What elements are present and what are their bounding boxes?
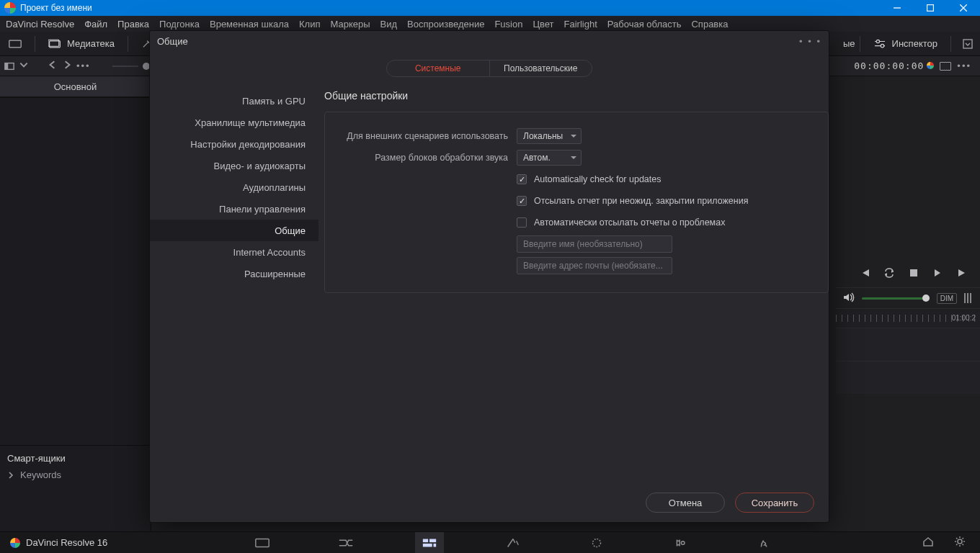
- goto-end-icon[interactable]: [957, 268, 968, 280]
- segment-system[interactable]: Системные: [387, 60, 490, 76]
- page-edit[interactable]: [415, 532, 444, 554]
- svg-rect-1: [9, 40, 21, 48]
- menu-trim[interactable]: Подгонка: [159, 19, 200, 30]
- toolbar-expand-button[interactable]: [956, 32, 980, 56]
- ext-scripts-label: Для внешних сценариев использовать: [338, 131, 517, 141]
- media-pool-button[interactable]: Медиатека: [40, 32, 123, 56]
- side-label: Аудиоплагины: [243, 182, 306, 193]
- goto-start-icon[interactable]: [859, 268, 870, 280]
- home-button[interactable]: [922, 536, 934, 549]
- window-close-button[interactable]: [947, 0, 980, 16]
- menu-markers[interactable]: Маркеры: [330, 19, 370, 30]
- svg-rect-8: [963, 40, 972, 48]
- checkbox-crash-report[interactable]: [517, 196, 527, 206]
- inspector-button[interactable]: Инспектор: [865, 32, 946, 56]
- speaker-icon[interactable]: [843, 292, 855, 305]
- menu-fusion[interactable]: Fusion: [494, 19, 522, 30]
- audio-block-label: Размер блоков обработки звука: [338, 153, 517, 163]
- menu-edit[interactable]: Правка: [117, 19, 149, 30]
- select-value: Автом.: [523, 153, 551, 163]
- chevron-down-icon[interactable]: [19, 60, 29, 72]
- resolve-logo-icon: [10, 538, 20, 548]
- side-memory-gpu[interactable]: Память и GPU: [150, 90, 318, 112]
- side-general[interactable]: Общие: [150, 220, 318, 241]
- side-label: Настройки декодирования: [190, 139, 306, 150]
- page-switcher: DaVinci Resolve 16: [0, 531, 980, 553]
- project-settings-button[interactable]: [954, 536, 966, 549]
- general-settings-panel: Для внешних сценариев использовать Локал…: [324, 112, 829, 293]
- side-advanced[interactable]: Расширенные: [150, 263, 318, 284]
- side-internet-accounts[interactable]: Internet Accounts: [150, 241, 318, 263]
- dialog-title: Общие: [157, 36, 188, 47]
- viewer-timecode[interactable]: 00:00:00:00: [854, 60, 934, 71]
- nav-next-icon[interactable]: [62, 60, 72, 72]
- svg-point-18: [681, 541, 685, 544]
- volume-slider[interactable]: [862, 297, 930, 300]
- side-control-panels[interactable]: Панели управления: [150, 198, 318, 220]
- svg-rect-15: [422, 543, 432, 547]
- layout-button[interactable]: [0, 32, 30, 56]
- sidebar-tab-main[interactable]: Основной: [0, 76, 151, 98]
- svg-point-17: [592, 539, 600, 547]
- stop-icon[interactable]: [908, 268, 919, 280]
- checkbox-updates[interactable]: [517, 174, 527, 184]
- nav-prev-icon[interactable]: [48, 60, 58, 72]
- menu-help[interactable]: Справка: [691, 19, 728, 30]
- transport-controls: [836, 264, 980, 287]
- more-icon[interactable]: •••: [76, 60, 91, 71]
- checkbox-crash-label: Отсылать отчет при неожид. закрытии прил…: [534, 196, 748, 206]
- loop-icon[interactable]: [883, 268, 895, 280]
- window-maximize-button[interactable]: [914, 0, 947, 16]
- report-email-input[interactable]: Введите адрес почты (необязате...: [517, 257, 672, 274]
- menu-fairlight[interactable]: Fairlight: [564, 19, 597, 30]
- page-fusion[interactable]: [499, 532, 527, 554]
- window-minimize-button[interactable]: [881, 0, 914, 16]
- panel-layout-icon[interactable]: [4, 61, 14, 71]
- source-viewer: DIM 01:00:2: [836, 264, 980, 394]
- page-media[interactable]: [248, 532, 277, 554]
- page-fairlight[interactable]: [666, 532, 695, 554]
- dialog-more-icon[interactable]: • • •: [799, 36, 821, 47]
- side-audio-plugins[interactable]: Аудиоплагины: [150, 176, 318, 198]
- viewer-more-icon[interactable]: •••: [957, 60, 971, 71]
- side-label: Видео- и аудиокарты: [214, 161, 306, 171]
- page-color[interactable]: [582, 532, 611, 554]
- save-button[interactable]: Сохранить: [735, 493, 814, 513]
- svg-point-19: [958, 539, 962, 544]
- menu-clip[interactable]: Клип: [299, 19, 320, 30]
- menu-view[interactable]: Вид: [380, 19, 398, 30]
- audio-block-select[interactable]: Автом.: [517, 150, 582, 166]
- report-name-input[interactable]: Введите имя (необязательно): [517, 235, 672, 253]
- side-label: Панели управления: [219, 204, 306, 215]
- timeline-track-lower[interactable]: [836, 361, 980, 394]
- viewer-mode-icon[interactable]: [940, 62, 951, 71]
- main-menu: DaVinci Resolve Файл Правка Подгонка Вре…: [0, 16, 980, 32]
- checkbox-auto-report[interactable]: [517, 217, 527, 228]
- page-cut[interactable]: [331, 532, 360, 554]
- menu-playback[interactable]: Воспроизведение: [407, 19, 484, 30]
- side-video-audio-io[interactable]: Видео- и аудиокарты: [150, 155, 318, 176]
- meter-icon[interactable]: [964, 293, 973, 303]
- side-decode[interactable]: Настройки декодирования: [150, 133, 318, 155]
- smart-bin-keywords[interactable]: Keywords: [7, 469, 143, 480]
- dim-button[interactable]: DIM: [937, 293, 957, 304]
- side-label: Internet Accounts: [233, 247, 306, 258]
- app-icon: [4, 2, 16, 14]
- menu-file[interactable]: Файл: [84, 19, 107, 30]
- page-deliver[interactable]: [749, 532, 778, 554]
- menu-workspace[interactable]: Рабочая область: [607, 19, 682, 30]
- side-media-storage[interactable]: Хранилище мультимедиа: [150, 112, 318, 133]
- cancel-button[interactable]: Отмена: [646, 493, 725, 513]
- checkbox-updates-label: Automatically check for updates: [534, 174, 661, 184]
- timeline-ruler[interactable]: 01:00:2: [836, 312, 980, 328]
- timeline-track-upper[interactable]: [836, 328, 980, 361]
- next-frame-icon[interactable]: [932, 268, 944, 280]
- ext-scripts-select[interactable]: Локальны: [517, 128, 582, 144]
- input-placeholder: Введите имя (необязательно): [523, 239, 643, 249]
- menu-timeline[interactable]: Временная шкала: [210, 19, 289, 30]
- menu-app[interactable]: DaVinci Resolve: [6, 19, 74, 30]
- prefs-content: Общие настройки Для внешних сценариев ис…: [318, 90, 829, 483]
- svg-rect-10: [5, 63, 8, 69]
- menu-color[interactable]: Цвет: [533, 19, 553, 30]
- segment-user[interactable]: Пользовательские: [490, 60, 592, 76]
